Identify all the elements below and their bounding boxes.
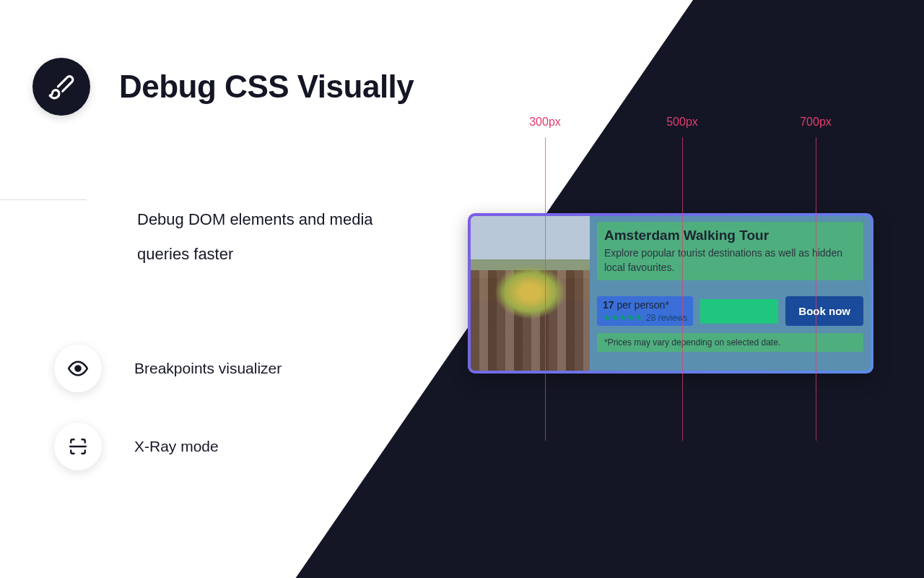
eye-icon <box>68 358 88 379</box>
card-image <box>471 216 590 371</box>
breakpoint-label-300: 300px <box>529 116 561 129</box>
card-content: Amsterdam Walking Tour Explore popular t… <box>590 216 871 371</box>
reviews-count: 28 reviews <box>646 313 687 323</box>
feature-label: X-Ray mode <box>134 438 219 455</box>
breakpoint-line <box>545 137 546 441</box>
star-icons: ★★★★★ <box>603 312 642 323</box>
book-now-button[interactable]: Book now <box>785 296 863 326</box>
title-row: Debug CSS Visually <box>32 58 414 116</box>
xray-icon-circle <box>54 423 102 470</box>
card-title: Amsterdam Walking Tour <box>604 228 856 243</box>
xray-overlay-block <box>700 299 778 324</box>
price-row: 17 per person* ★★★★★ 28 reviews Book now <box>597 296 863 326</box>
preview-area: 300px 500px 700px <box>466 116 873 137</box>
price-value: 17 <box>603 299 614 311</box>
breakpoint-label-700: 700px <box>800 116 832 129</box>
breakpoint-line <box>682 137 683 441</box>
features-list: Breakpoints visualizer X-Ray mode <box>54 345 414 470</box>
eye-icon-circle <box>54 345 102 392</box>
left-panel: Debug CSS Visually Debug DOM elements an… <box>32 58 414 501</box>
breakpoint-labels: 300px 500px 700px <box>466 116 873 137</box>
brush-icon <box>48 73 75 100</box>
price-unit: per person* <box>616 299 668 311</box>
price-disclaimer: *Prices may vary depending on selected d… <box>604 337 856 348</box>
feature-label: Breakpoints visualizer <box>134 360 282 377</box>
feature-xray[interactable]: X-Ray mode <box>54 423 414 470</box>
preview-card: Amsterdam Walking Tour Explore popular t… <box>468 213 873 374</box>
disclaimer-block: *Prices may vary depending on selected d… <box>597 333 863 352</box>
breakpoint-label-500: 500px <box>666 116 698 129</box>
svg-point-0 <box>76 366 81 371</box>
price-block: 17 per person* ★★★★★ 28 reviews <box>597 296 693 326</box>
card-header-block: Amsterdam Walking Tour Explore popular t… <box>597 222 863 280</box>
page-subtitle: Debug DOM elements and media queries fas… <box>137 202 383 272</box>
brush-icon-circle <box>32 58 90 116</box>
feature-breakpoints[interactable]: Breakpoints visualizer <box>54 345 414 392</box>
card-description: Explore popular tourist destinations as … <box>604 246 856 275</box>
rating-row: ★★★★★ 28 reviews <box>603 312 687 323</box>
page-title: Debug CSS Visually <box>119 69 414 105</box>
breakpoint-line <box>816 137 816 441</box>
price-line: 17 per person* <box>603 299 687 311</box>
scan-icon <box>69 437 87 456</box>
card-inner: Amsterdam Walking Tour Explore popular t… <box>471 216 871 371</box>
